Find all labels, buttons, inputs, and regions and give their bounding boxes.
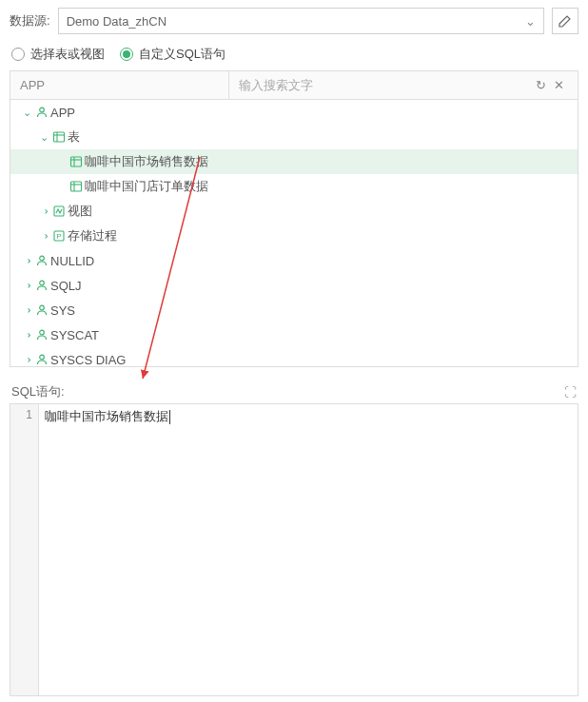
table-icon [68,155,85,168]
tree-label: APP [50,106,75,120]
chevron-down-icon: ⌄ [525,14,536,29]
code-text: 咖啡中国市场销售数据 [45,408,168,425]
tree-label: 表 [68,128,80,146]
radio-select-table[interactable]: 选择表或视图 [11,46,105,63]
svg-rect-4 [71,157,82,166]
radio-icon [11,48,25,61]
toggle-icon[interactable]: ⌄ [20,107,33,119]
svg-point-13 [40,256,45,261]
toggle-icon[interactable]: ⌄ [21,279,33,292]
tree-node-app[interactable]: ⌄ APP [10,100,578,125]
tree-node-views[interactable]: ⌄ 视图 [10,199,578,224]
datasource-select[interactable]: Demo Data_zhCN ⌄ [58,8,544,34]
tree-node-table1[interactable]: 咖啡中国市场销售数据 [10,149,578,174]
table-icon [68,180,85,193]
toggle-icon[interactable]: ⌄ [21,353,33,366]
svg-text:P: P [56,232,61,241]
tree-node-tables[interactable]: ⌄ 表 [10,125,578,149]
line-gutter: 1 [10,404,39,695]
svg-rect-7 [71,182,82,191]
user-icon [33,328,50,341]
user-icon [33,106,50,119]
tree-label: SYSCS DIAG [50,353,126,367]
tree-body: ⌄ APP ⌄ 表 咖啡中国市场销售数据 咖啡中国门店订单数据 [10,100,578,366]
toggle-icon[interactable]: ⌄ [38,205,50,218]
code-area[interactable]: 咖啡中国市场销售数据 [39,404,578,695]
datasource-value: Demo Data_zhCN [67,14,167,29]
search-placeholder: 输入搜索文字 [239,77,532,94]
tree-label: SYSCAT [50,328,99,342]
text-cursor [169,410,170,424]
tree-label: 咖啡中国门店订单数据 [85,178,208,195]
tree-node-procs[interactable]: ⌄ P 存储过程 [10,224,578,248]
radio-label: 选择表或视图 [30,46,105,63]
procedure-icon: P [50,229,68,243]
panel-splitter[interactable] [0,367,588,382]
toggle-icon[interactable]: ⌄ [37,131,50,144]
svg-point-16 [40,330,45,335]
tree-label: SYS [50,303,75,318]
toggle-icon[interactable]: ⌄ [21,328,33,341]
tree-label: 视图 [68,203,92,220]
tree-panel: APP 输入搜索文字 ↻ ✕ ⌄ APP ⌄ 表 咖啡中国市场销售数据 [10,70,578,367]
toggle-icon[interactable]: ⌄ [21,303,33,317]
user-icon [33,353,50,366]
user-icon [33,254,50,267]
refresh-icon[interactable]: ↻ [532,78,550,92]
sql-label: SQL语句: [11,383,65,400]
tree-node-sqlj[interactable]: ⌄ SQLJ [10,273,578,298]
tree-label: 存储过程 [68,227,117,244]
radio-custom-sql[interactable]: 自定义SQL语句 [120,46,225,63]
svg-point-17 [40,355,45,360]
edit-button[interactable] [552,8,578,34]
toggle-icon[interactable]: ⌄ [21,254,33,267]
user-icon [33,303,50,317]
close-icon[interactable]: ✕ [550,78,568,92]
tree-node-nullid[interactable]: ⌄ NULLID [10,248,578,273]
svg-point-14 [40,281,45,285]
tree-node-table2[interactable]: 咖啡中国门店订单数据 [10,174,578,199]
svg-point-0 [40,107,45,112]
line-number: 1 [10,408,32,421]
toggle-icon[interactable]: ⌄ [38,229,50,243]
user-icon [33,279,50,292]
pencil-icon [558,13,573,29]
tree-label: NULLID [50,254,94,268]
view-icon [50,205,68,218]
search-input[interactable]: 输入搜索文字 ↻ ✕ [229,71,578,99]
breadcrumb[interactable]: APP [10,71,229,99]
tree-node-sys[interactable]: ⌄ SYS [10,298,578,322]
radio-label: 自定义SQL语句 [139,46,225,63]
svg-point-15 [40,305,45,310]
tree-label: 咖啡中国市场销售数据 [85,153,208,170]
svg-rect-1 [54,132,65,142]
sql-editor[interactable]: 1 咖啡中国市场销售数据 [10,403,578,696]
datasource-label: 数据源: [10,12,50,29]
tree-node-syscat[interactable]: ⌄ SYSCAT [10,322,578,347]
table-icon [50,130,68,144]
expand-icon[interactable]: ⛶ [564,385,577,400]
tree-node-syscsdiag[interactable]: ⌄ SYSCS DIAG [10,347,578,366]
tree-label: SQLJ [50,279,82,293]
radio-icon [120,48,133,61]
